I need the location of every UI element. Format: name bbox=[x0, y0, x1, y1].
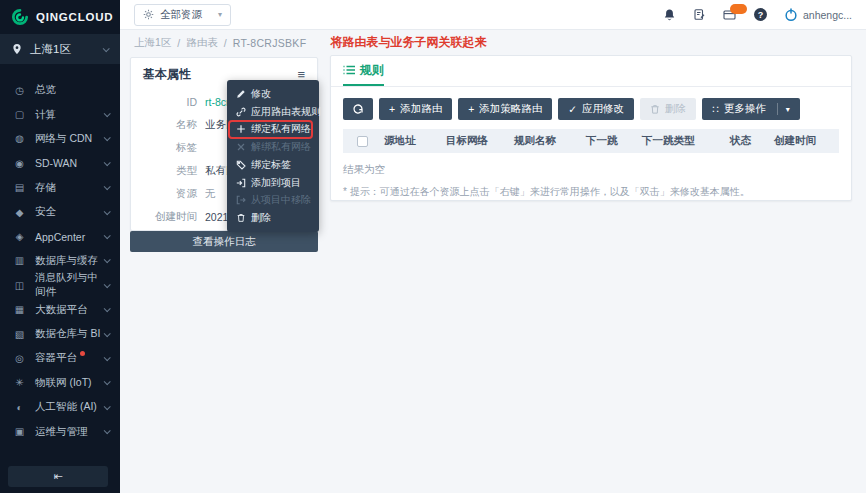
refresh-icon bbox=[352, 103, 364, 115]
tab-rules-label: 规则 bbox=[360, 62, 384, 79]
chevron-down-icon bbox=[104, 135, 111, 142]
sidebar-item-label: SD-WAN bbox=[35, 157, 77, 169]
sidebar-item-ops[interactable]: ▣ 运维与管理 bbox=[0, 419, 120, 443]
ops-icon: ▣ bbox=[13, 426, 26, 437]
column-header-next-hop-type[interactable]: 下一跳类型 bbox=[642, 134, 730, 148]
column-header-target-network[interactable]: 目标网络 bbox=[446, 134, 514, 148]
menu-item-remove-from-project: 从项目中移除 bbox=[227, 192, 319, 210]
breadcrumb-separator: / bbox=[177, 37, 180, 49]
zone-label: 上海1区 bbox=[30, 42, 71, 57]
column-header-status[interactable]: 状态 bbox=[730, 134, 774, 148]
notification-dot bbox=[80, 351, 85, 356]
chevron-down-icon: ▾ bbox=[218, 10, 222, 19]
menu-item-add-to-project[interactable]: 添加到项目 bbox=[227, 174, 319, 192]
add-policy-route-button[interactable]: + 添加策略路由 bbox=[458, 98, 552, 120]
bell-icon[interactable] bbox=[663, 8, 676, 22]
panel-menu-icon[interactable]: ≡ bbox=[297, 68, 305, 81]
sidebar-item-overview[interactable]: ◷ 总览 bbox=[0, 78, 120, 102]
rules-panel: 规则 + 添加路由 + 添加策略路由 ✓ 应用修改 删除 bbox=[330, 55, 852, 201]
chart-icon: ▦ bbox=[13, 304, 26, 315]
menu-item-bind-private-network[interactable]: 绑定私有网络 bbox=[227, 121, 319, 139]
column-header-source[interactable]: 源地址 bbox=[384, 134, 446, 148]
select-all-checkbox[interactable] bbox=[357, 136, 368, 147]
apply-changes-button[interactable]: ✓ 应用修改 bbox=[558, 98, 634, 120]
sidebar-item-label: 物联网 (IoT) bbox=[35, 376, 92, 390]
sidebar-collapse-button[interactable]: ⇤ bbox=[8, 466, 108, 487]
gear-icon bbox=[143, 9, 154, 20]
sidebar-item-label: 数据仓库与 BI bbox=[35, 327, 100, 341]
shield-icon: ◆ bbox=[13, 207, 26, 218]
breadcrumb-route-tables[interactable]: 路由表 bbox=[186, 36, 218, 50]
zone-selector[interactable]: 上海1区 bbox=[0, 34, 120, 64]
column-header-next-hop[interactable]: 下一跳 bbox=[586, 134, 642, 148]
location-pin-icon bbox=[12, 43, 22, 55]
sidebar-item-ai[interactable]: ◐ 人工智能 (AI) bbox=[0, 395, 120, 419]
breadcrumb-current: RT-8CRJSBKF bbox=[233, 37, 307, 49]
column-header-created[interactable]: 创建时间 bbox=[774, 134, 816, 148]
sdwan-icon: ◉ bbox=[13, 158, 26, 169]
sidebar-item-appcenter[interactable]: ◈ AppCenter bbox=[0, 224, 120, 248]
sidebar-item-mq-middleware[interactable]: ◫ 消息队列与中间件 bbox=[0, 273, 120, 297]
iot-icon: ✳ bbox=[13, 377, 26, 388]
chevron-down-icon bbox=[104, 184, 111, 191]
chevron-down-icon bbox=[104, 232, 111, 239]
context-menu: 修改 应用路由表规则 绑定私有网络 解绑私有网络 绑定标签 添加到项目 从项目中… bbox=[227, 80, 319, 232]
more-actions-dropdown[interactable]: ∷ 更多操作 ▾ bbox=[702, 98, 800, 120]
sidebar-item-database-cache[interactable]: ▥ 数据库与缓存 bbox=[0, 249, 120, 273]
chevron-down-icon bbox=[104, 257, 111, 264]
resource-scope-label: 全部资源 bbox=[160, 8, 202, 22]
brand[interactable]: QINGCLOUD bbox=[0, 0, 120, 34]
field-label: 资源 bbox=[143, 187, 197, 201]
messages-icon[interactable] bbox=[723, 9, 737, 21]
hint-text: * 提示：可通过在各个资源上点击「右键」来进行常用操作，以及「双击」来修改基本属… bbox=[343, 185, 839, 199]
refresh-button[interactable] bbox=[343, 98, 373, 120]
chevron-down-icon bbox=[104, 208, 111, 215]
sidebar-item-sdwan[interactable]: ◉ SD-WAN bbox=[0, 151, 120, 175]
grid-icon: ∷ bbox=[712, 103, 719, 115]
sidebar-item-label: 总览 bbox=[35, 83, 56, 97]
menu-item-apply-route-rules[interactable]: 应用路由表规则 bbox=[227, 103, 319, 121]
menu-item-delete[interactable]: 删除 bbox=[227, 209, 319, 227]
queue-icon: ◫ bbox=[13, 280, 26, 291]
breadcrumb-zone[interactable]: 上海1区 bbox=[134, 36, 171, 50]
database-icon: ▥ bbox=[13, 255, 26, 266]
help-icon[interactable]: ? bbox=[754, 8, 767, 21]
sidebar-item-container[interactable]: ◎ 容器平台 bbox=[0, 346, 120, 370]
chevron-down-icon bbox=[104, 403, 111, 410]
overview-icon: ◷ bbox=[13, 85, 26, 96]
field-label: ID bbox=[143, 96, 197, 108]
sidebar-item-bigdata[interactable]: ▦ 大数据平台 bbox=[0, 298, 120, 322]
column-header-rule-name[interactable]: 规则名称 bbox=[514, 134, 586, 148]
sidebar-item-storage[interactable]: ▤ 存储 bbox=[0, 176, 120, 200]
view-operation-log-button[interactable]: 查看操作日志 bbox=[130, 231, 318, 252]
x-icon bbox=[236, 142, 246, 152]
delete-button: 删除 bbox=[640, 98, 696, 120]
tab-rules[interactable]: 规则 bbox=[343, 56, 384, 86]
unread-badge bbox=[730, 4, 747, 14]
storage-icon: ▤ bbox=[13, 182, 26, 193]
menu-item-modify[interactable]: 修改 bbox=[227, 85, 319, 103]
field-value-resource: 无 bbox=[205, 187, 216, 201]
sidebar-item-security[interactable]: ◆ 安全 bbox=[0, 200, 120, 224]
sidebar-item-compute[interactable]: ▢ 计算 bbox=[0, 102, 120, 126]
user-menu[interactable]: anhengc... bbox=[784, 8, 852, 22]
sidebar-nav: ◷ 总览 ▢ 计算 ◍ 网络与 CDN ◉ SD-WAN ▤ 存储 bbox=[0, 78, 120, 444]
button-divider bbox=[777, 103, 778, 115]
trash-icon bbox=[650, 104, 660, 115]
chevron-down-icon bbox=[103, 45, 110, 52]
sidebar-item-label: 大数据平台 bbox=[35, 303, 88, 317]
breadcrumb: 上海1区 / 路由表 / RT-8CRJSBKF 将路由表与业务子网关联起来 bbox=[120, 30, 866, 55]
pencil-icon bbox=[236, 89, 246, 99]
sidebar-item-label: AppCenter bbox=[35, 231, 85, 243]
sidebar-item-warehouse-bi[interactable]: ▧ 数据仓库与 BI bbox=[0, 322, 120, 346]
sidebar-item-iot[interactable]: ✳ 物联网 (IoT) bbox=[0, 371, 120, 395]
work-order-icon[interactable] bbox=[693, 8, 706, 21]
add-route-button[interactable]: + 添加路由 bbox=[379, 98, 452, 120]
qingcloud-console: QINGCLOUD 上海1区 ◷ 总览 ▢ 计算 ◍ 网络与 CDN bbox=[0, 0, 866, 493]
sidebar-item-network-cdn[interactable]: ◍ 网络与 CDN bbox=[0, 127, 120, 151]
chevron-down-icon bbox=[104, 379, 111, 386]
field-label: 名称 bbox=[143, 118, 197, 132]
resource-scope-dropdown[interactable]: 全部资源 ▾ bbox=[134, 4, 231, 26]
plus-icon bbox=[236, 124, 246, 134]
menu-item-bind-tag[interactable]: 绑定标签 bbox=[227, 156, 319, 174]
